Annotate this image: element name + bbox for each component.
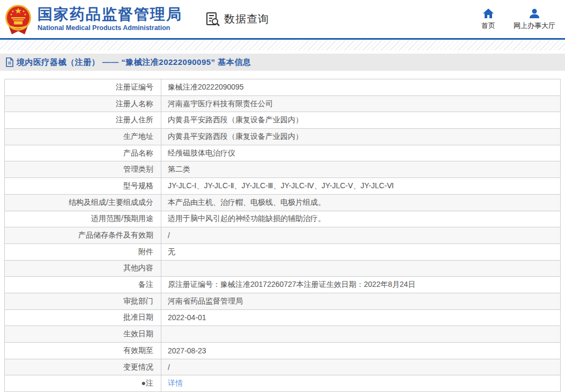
row-label: 审批部门 bbox=[5, 293, 161, 309]
nav-online-hall[interactable]: 网上办事大厅 bbox=[514, 8, 555, 31]
row-value: 河南省药品监督管理局 bbox=[161, 297, 560, 306]
table-row: 结构及组成/主要组成成分 本产品由主机、治疗帽、电极线、电极片组成。 bbox=[5, 194, 560, 211]
row-value: 内黄县平安路西段（康复设备产业园内） bbox=[161, 132, 560, 142]
document-icon bbox=[5, 57, 14, 67]
table-row: 产品储存条件及有效期 / bbox=[5, 227, 560, 243]
table-row: 其他内容 bbox=[5, 260, 560, 277]
row-label: 产品名称 bbox=[5, 145, 161, 161]
row-label: 注册证编号 bbox=[5, 79, 161, 95]
national-emblem-logo bbox=[4, 4, 32, 35]
table-row: 附件 无 bbox=[5, 243, 560, 260]
table-row: 审批部门 河南省药品监督管理局 bbox=[5, 293, 560, 309]
row-label: 适用范围/预期用途 bbox=[5, 211, 161, 227]
page-title-bar: 境内医疗器械（注册） —— “豫械注准20222090095” 基本信息 bbox=[0, 54, 565, 71]
table-row: 批准日期 2022-04-01 bbox=[5, 309, 560, 326]
row-label: 附件 bbox=[5, 244, 161, 260]
row-label: 生效日期 bbox=[5, 326, 161, 342]
registration-info-table: 注册证编号 豫械注准20222090095 注册人名称 河南嘉宇医疗科技有限责任… bbox=[4, 79, 561, 392]
table-row: 注册人住所 内黄县平安路西段（康复设备产业园内） bbox=[5, 112, 560, 128]
row-label: 备注 bbox=[5, 277, 161, 293]
row-value: 原注册证编号：豫械注准20172260727本注册证生效日期：2022年8月24… bbox=[161, 280, 560, 290]
nav-online-hall-label: 网上办事大厅 bbox=[514, 21, 555, 31]
row-value: 第二类 bbox=[161, 165, 560, 174]
table-row: 产品名称 经颅磁肢体电治疗仪 bbox=[5, 145, 560, 161]
row-value: / bbox=[161, 231, 560, 240]
row-value: 河南嘉宇医疗科技有限责任公司 bbox=[161, 99, 560, 109]
row-label: 有效期至 bbox=[5, 343, 161, 359]
row-label: 其他内容 bbox=[5, 261, 161, 277]
row-value: 内黄县平安路西段（康复设备产业园内） bbox=[161, 115, 560, 125]
nav-home-label: 首页 bbox=[481, 21, 495, 31]
data-query-section[interactable]: 数据查询 bbox=[205, 11, 269, 27]
row-label: 产品储存条件及有效期 bbox=[5, 227, 161, 243]
row-label: 变更情况 bbox=[5, 359, 161, 375]
data-query-icon bbox=[205, 11, 221, 27]
row-label: 结构及组成/主要组成成分 bbox=[5, 195, 161, 211]
table-row: 型号规格 JY-JLC-Ⅰ、JY-JLC-Ⅱ、JY-JLC-Ⅲ、JY-JLC-Ⅳ… bbox=[5, 177, 560, 194]
page-title: 境内医疗器械（注册） —— “豫械注准20222090095” 基本信息 bbox=[17, 57, 251, 68]
brand-block: 国家药品监督管理局 National Medical Products Admi… bbox=[38, 6, 182, 32]
table-row: 变更情况 / bbox=[5, 359, 560, 375]
row-label: 生产地址 bbox=[5, 129, 161, 145]
brand-title: 国家药品监督管理局 bbox=[38, 6, 182, 23]
detail-link[interactable]: 详情 bbox=[168, 379, 183, 387]
row-value: 2027-08-23 bbox=[161, 346, 560, 355]
row-value: / bbox=[161, 363, 560, 372]
hatch-texture-band bbox=[0, 40, 565, 51]
table-row: 备注 原注册证编号：豫械注准20172260727本注册证生效日期：2022年8… bbox=[5, 276, 560, 293]
row-label: 批准日期 bbox=[5, 310, 161, 326]
row-label: 注册人名称 bbox=[5, 96, 161, 112]
table-row: 有效期至 2027-08-23 bbox=[5, 342, 560, 359]
row-value: 无 bbox=[161, 247, 560, 257]
row-value: 详情 bbox=[161, 379, 560, 388]
table-row: 生产地址 内黄县平安路西段（康复设备产业园内） bbox=[5, 128, 560, 145]
row-value: JY-JLC-Ⅰ、JY-JLC-Ⅱ、JY-JLC-Ⅲ、JY-JLC-Ⅳ、JY-J… bbox=[161, 181, 560, 191]
table-row: 生效日期 bbox=[5, 326, 560, 342]
table-row: 注册人名称 河南嘉宇医疗科技有限责任公司 bbox=[5, 95, 560, 112]
row-value: 豫械注准20222090095 bbox=[161, 83, 560, 92]
data-query-label: 数据查询 bbox=[224, 12, 269, 26]
table-row: 适用范围/预期用途 适用于脑中风引起的神经功能缺损的辅助治疗。 bbox=[5, 211, 560, 227]
site-header: 国家药品监督管理局 National Medical Products Admi… bbox=[0, 0, 565, 38]
home-icon bbox=[482, 8, 494, 19]
table-row: 注册证编号 豫械注准20222090095 bbox=[5, 79, 560, 95]
top-nav: 首页 网上办事大厅 bbox=[481, 8, 555, 31]
nav-home[interactable]: 首页 bbox=[481, 8, 495, 31]
table-row: ●注 详情 bbox=[5, 375, 560, 391]
row-label: 管理类别 bbox=[5, 161, 161, 177]
table-row: 管理类别 第二类 bbox=[5, 161, 560, 177]
row-label: ●注 bbox=[5, 375, 161, 391]
row-value: 适用于脑中风引起的神经功能缺损的辅助治疗。 bbox=[161, 214, 560, 224]
row-label: 注册人住所 bbox=[5, 112, 161, 128]
row-value: 经颅磁肢体电治疗仪 bbox=[161, 149, 560, 158]
row-label: 型号规格 bbox=[5, 178, 161, 194]
brand-subtitle: National Medical Products Administration bbox=[38, 24, 182, 32]
row-value: 本产品由主机、治疗帽、电极线、电极片组成。 bbox=[161, 198, 560, 208]
user-icon bbox=[529, 8, 540, 19]
row-value: 2022-04-01 bbox=[161, 313, 560, 322]
